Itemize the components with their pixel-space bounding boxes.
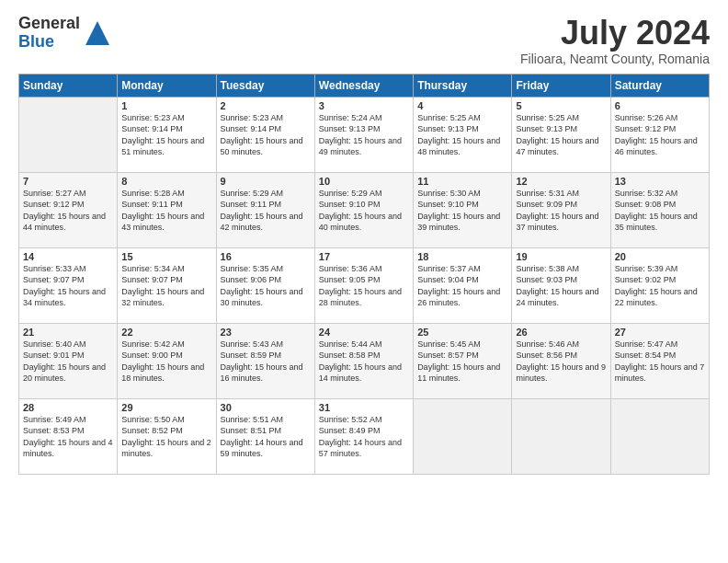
week-row-1: 7Sunrise: 5:27 AM Sunset: 9:12 PM Daylig… xyxy=(19,172,710,247)
day-info: Sunrise: 5:29 AM Sunset: 9:11 PM Dayligh… xyxy=(221,188,311,234)
day-number: 5 xyxy=(516,100,606,111)
day-info: Sunrise: 5:51 AM Sunset: 8:51 PM Dayligh… xyxy=(221,414,311,460)
day-cell: 13Sunrise: 5:32 AM Sunset: 9:08 PM Dayli… xyxy=(610,172,709,247)
day-number: 10 xyxy=(319,176,409,187)
day-number: 29 xyxy=(121,402,211,413)
day-cell xyxy=(414,398,512,474)
day-cell: 4Sunrise: 5:25 AM Sunset: 9:13 PM Daylig… xyxy=(414,97,512,172)
day-number: 27 xyxy=(615,327,705,338)
day-cell: 5Sunrise: 5:25 AM Sunset: 9:13 PM Daylig… xyxy=(512,97,610,172)
day-info: Sunrise: 5:47 AM Sunset: 8:54 PM Dayligh… xyxy=(615,339,705,385)
day-info: Sunrise: 5:38 AM Sunset: 9:03 PM Dayligh… xyxy=(516,263,606,309)
day-number: 9 xyxy=(221,176,311,187)
day-cell: 17Sunrise: 5:36 AM Sunset: 9:05 PM Dayli… xyxy=(314,247,413,323)
day-cell: 7Sunrise: 5:27 AM Sunset: 9:12 PM Daylig… xyxy=(19,172,118,247)
calendar-table: Sunday Monday Tuesday Wednesday Thursday… xyxy=(18,74,710,475)
day-info: Sunrise: 5:35 AM Sunset: 9:06 PM Dayligh… xyxy=(221,263,311,309)
day-info: Sunrise: 5:52 AM Sunset: 8:49 PM Dayligh… xyxy=(319,414,409,460)
day-number: 2 xyxy=(221,100,311,111)
day-info: Sunrise: 5:31 AM Sunset: 9:09 PM Dayligh… xyxy=(516,188,606,234)
day-cell: 11Sunrise: 5:30 AM Sunset: 9:10 PM Dayli… xyxy=(414,172,512,247)
day-number: 25 xyxy=(417,327,507,338)
day-info: Sunrise: 5:32 AM Sunset: 9:08 PM Dayligh… xyxy=(615,188,705,234)
day-number: 7 xyxy=(23,176,113,187)
day-cell: 9Sunrise: 5:29 AM Sunset: 9:11 PM Daylig… xyxy=(216,172,314,247)
day-cell: 18Sunrise: 5:37 AM Sunset: 9:04 PM Dayli… xyxy=(414,247,512,323)
title-block: July 2024 Filioara, Neamt County, Romani… xyxy=(520,15,710,66)
col-wednesday: Wednesday xyxy=(314,74,413,97)
day-info: Sunrise: 5:36 AM Sunset: 9:05 PM Dayligh… xyxy=(319,263,409,309)
day-number: 11 xyxy=(417,176,507,187)
header: General Blue July 2024 Filioara, Neamt C… xyxy=(18,15,710,66)
day-cell: 31Sunrise: 5:52 AM Sunset: 8:49 PM Dayli… xyxy=(314,398,413,474)
day-info: Sunrise: 5:50 AM Sunset: 8:52 PM Dayligh… xyxy=(121,414,211,460)
day-info: Sunrise: 5:45 AM Sunset: 8:57 PM Dayligh… xyxy=(417,339,507,385)
day-info: Sunrise: 5:25 AM Sunset: 9:13 PM Dayligh… xyxy=(417,112,507,158)
day-number: 13 xyxy=(615,176,705,187)
day-cell: 27Sunrise: 5:47 AM Sunset: 8:54 PM Dayli… xyxy=(610,323,709,398)
day-number: 31 xyxy=(319,402,409,413)
day-cell: 26Sunrise: 5:46 AM Sunset: 8:56 PM Dayli… xyxy=(512,323,610,398)
col-friday: Friday xyxy=(512,74,610,97)
day-info: Sunrise: 5:23 AM Sunset: 9:14 PM Dayligh… xyxy=(121,112,211,158)
day-cell: 29Sunrise: 5:50 AM Sunset: 8:52 PM Dayli… xyxy=(118,398,216,474)
day-number: 18 xyxy=(417,251,507,262)
col-thursday: Thursday xyxy=(414,74,512,97)
logo: General Blue xyxy=(18,15,111,52)
day-cell: 24Sunrise: 5:44 AM Sunset: 8:58 PM Dayli… xyxy=(314,323,413,398)
day-info: Sunrise: 5:37 AM Sunset: 9:04 PM Dayligh… xyxy=(417,263,507,309)
week-row-2: 14Sunrise: 5:33 AM Sunset: 9:07 PM Dayli… xyxy=(19,247,710,323)
day-cell: 20Sunrise: 5:39 AM Sunset: 9:02 PM Dayli… xyxy=(610,247,709,323)
day-info: Sunrise: 5:23 AM Sunset: 9:14 PM Dayligh… xyxy=(221,112,311,158)
day-cell xyxy=(512,398,610,474)
day-number: 22 xyxy=(121,327,211,338)
day-number: 23 xyxy=(221,327,311,338)
day-info: Sunrise: 5:26 AM Sunset: 9:12 PM Dayligh… xyxy=(615,112,705,158)
week-row-4: 28Sunrise: 5:49 AM Sunset: 8:53 PM Dayli… xyxy=(19,398,710,474)
col-monday: Monday xyxy=(118,74,216,97)
day-cell: 1Sunrise: 5:23 AM Sunset: 9:14 PM Daylig… xyxy=(118,97,216,172)
logo-text: General Blue xyxy=(18,15,80,52)
day-info: Sunrise: 5:29 AM Sunset: 9:10 PM Dayligh… xyxy=(319,188,409,234)
day-info: Sunrise: 5:43 AM Sunset: 8:59 PM Dayligh… xyxy=(221,339,311,385)
day-number: 14 xyxy=(23,251,113,262)
day-info: Sunrise: 5:25 AM Sunset: 9:13 PM Dayligh… xyxy=(516,112,606,158)
day-info: Sunrise: 5:40 AM Sunset: 9:01 PM Dayligh… xyxy=(23,339,113,385)
day-info: Sunrise: 5:39 AM Sunset: 9:02 PM Dayligh… xyxy=(615,263,705,309)
day-number: 8 xyxy=(121,176,211,187)
col-sunday: Sunday xyxy=(19,74,118,97)
day-cell: 23Sunrise: 5:43 AM Sunset: 8:59 PM Dayli… xyxy=(216,323,314,398)
day-cell: 14Sunrise: 5:33 AM Sunset: 9:07 PM Dayli… xyxy=(19,247,118,323)
day-number: 4 xyxy=(417,100,507,111)
day-cell xyxy=(610,398,709,474)
day-cell: 2Sunrise: 5:23 AM Sunset: 9:14 PM Daylig… xyxy=(216,97,314,172)
day-number: 20 xyxy=(615,251,705,262)
day-cell: 19Sunrise: 5:38 AM Sunset: 9:03 PM Dayli… xyxy=(512,247,610,323)
day-cell: 16Sunrise: 5:35 AM Sunset: 9:06 PM Dayli… xyxy=(216,247,314,323)
day-number: 1 xyxy=(121,100,211,111)
day-cell: 3Sunrise: 5:24 AM Sunset: 9:13 PM Daylig… xyxy=(314,97,413,172)
day-number: 28 xyxy=(23,402,113,413)
day-number: 15 xyxy=(121,251,211,262)
day-cell: 22Sunrise: 5:42 AM Sunset: 9:00 PM Dayli… xyxy=(118,323,216,398)
day-cell: 25Sunrise: 5:45 AM Sunset: 8:57 PM Dayli… xyxy=(414,323,512,398)
month-title: July 2024 xyxy=(520,15,710,52)
day-info: Sunrise: 5:30 AM Sunset: 9:10 PM Dayligh… xyxy=(417,188,507,234)
day-info: Sunrise: 5:24 AM Sunset: 9:13 PM Dayligh… xyxy=(319,112,409,158)
logo-general: General xyxy=(18,15,80,33)
day-cell xyxy=(19,97,118,172)
day-cell: 30Sunrise: 5:51 AM Sunset: 8:51 PM Dayli… xyxy=(216,398,314,474)
day-number: 3 xyxy=(319,100,409,111)
day-info: Sunrise: 5:28 AM Sunset: 9:11 PM Dayligh… xyxy=(121,188,211,234)
day-info: Sunrise: 5:46 AM Sunset: 8:56 PM Dayligh… xyxy=(516,339,606,385)
day-info: Sunrise: 5:44 AM Sunset: 8:58 PM Dayligh… xyxy=(319,339,409,385)
day-info: Sunrise: 5:34 AM Sunset: 9:07 PM Dayligh… xyxy=(121,263,211,309)
day-cell: 10Sunrise: 5:29 AM Sunset: 9:10 PM Dayli… xyxy=(314,172,413,247)
day-number: 26 xyxy=(516,327,606,338)
day-info: Sunrise: 5:27 AM Sunset: 9:12 PM Dayligh… xyxy=(23,188,113,234)
svg-marker-0 xyxy=(85,21,109,45)
logo-icon xyxy=(84,19,111,47)
day-number: 19 xyxy=(516,251,606,262)
logo-blue: Blue xyxy=(18,33,80,52)
day-number: 17 xyxy=(319,251,409,262)
